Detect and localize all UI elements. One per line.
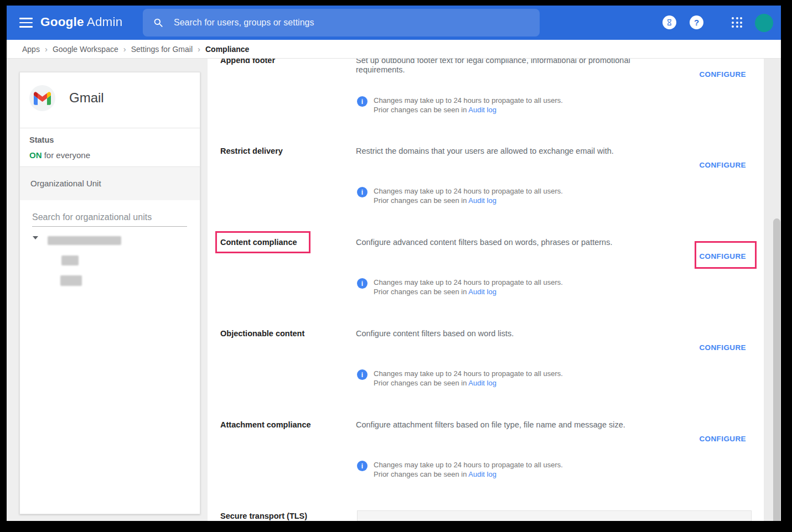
- status-on-badge: ON: [29, 150, 42, 160]
- setting-title: Content compliance: [220, 238, 353, 247]
- propagation-note: i Changes may take up to 24 hours to pro…: [357, 278, 563, 296]
- breadcrumb-apps[interactable]: Apps: [22, 45, 40, 54]
- note-line2: Prior changes can be seen in: [374, 470, 467, 478]
- configure-button[interactable]: CONFIGURE: [699, 161, 746, 169]
- content-area: Append footer Set up outbound footer tex…: [7, 59, 781, 521]
- configure-button[interactable]: CONFIGURE: [699, 70, 746, 79]
- info-icon: i: [357, 461, 367, 471]
- setting-description: Configure advanced content filters based…: [356, 238, 681, 247]
- pending-tasks-button[interactable]: [662, 15, 676, 29]
- note-line2: Prior changes can be seen in: [374, 288, 467, 296]
- ou-child-redacted[interactable]: [61, 255, 79, 265]
- breadcrumb: Apps › Google Workspace › Settings for G…: [7, 40, 781, 59]
- setting-description: Restrict the domains that your users are…: [356, 147, 681, 156]
- info-icon: i: [357, 278, 367, 289]
- note-line1: Changes may take up to 24 hours to propa…: [374, 460, 563, 470]
- card-header: Gmail: [20, 72, 200, 128]
- status-value: ON for everyone: [29, 150, 90, 160]
- configure-button[interactable]: CONFIGURE: [699, 343, 746, 352]
- menu-icon[interactable]: [19, 18, 33, 28]
- organizational-unit-label: Organizational Unit: [30, 179, 101, 188]
- setting-description: Configure content filters based on word …: [356, 329, 681, 338]
- note-line2: Prior changes can be seen in: [374, 106, 467, 114]
- ou-tree-expander[interactable]: [33, 236, 38, 239]
- setting-title: Restrict delivery: [220, 147, 353, 156]
- ou-root-name-redacted[interactable]: [48, 236, 121, 245]
- organizational-unit-section[interactable]: Organizational Unit: [20, 167, 200, 200]
- setting-title: Objectionable content: [220, 329, 353, 338]
- gmail-m-icon: [34, 92, 51, 105]
- screenshot-frame: GoogleAdmin ? Apps › Google Workspace › …: [0, 0, 792, 532]
- admin-console-window: GoogleAdmin ? Apps › Google Workspace › …: [7, 6, 781, 521]
- setting-description: Configure attachment filters based on fi…: [356, 420, 681, 430]
- search-input[interactable]: [174, 18, 532, 28]
- configure-button[interactable]: CONFIGURE: [699, 435, 746, 443]
- propagation-note: i Changes may take up to 24 hours to pro…: [357, 460, 563, 479]
- setting-row-attachment-compliance: Attachment compliance Configure attachme…: [208, 420, 764, 493]
- setting-row-tls-compliance: Secure transport (TLS) compliance: [208, 512, 764, 521]
- note-line1: Changes may take up to 24 hours to propa…: [374, 278, 563, 287]
- brand-google: Google: [40, 15, 84, 29]
- search-icon: [153, 17, 164, 29]
- breadcrumb-current-compliance: Compliance: [205, 45, 249, 54]
- setting-title: Append footer: [220, 59, 353, 65]
- chevron-right-icon: ›: [123, 44, 126, 54]
- service-name: Gmail: [69, 90, 104, 106]
- status-label: Status: [29, 135, 54, 144]
- note-line1: Changes may take up to 24 hours to propa…: [374, 96, 563, 105]
- breadcrumb-google-workspace[interactable]: Google Workspace: [53, 45, 118, 54]
- apps-grid-icon[interactable]: [732, 17, 742, 28]
- note-line1: Changes may take up to 24 hours to propa…: [374, 369, 563, 378]
- propagation-note: i Changes may take up to 24 hours to pro…: [357, 186, 563, 205]
- propagation-note: i Changes may take up to 24 hours to pro…: [357, 96, 563, 114]
- help-button[interactable]: ?: [690, 15, 703, 29]
- setting-title: Attachment compliance: [220, 420, 353, 430]
- ou-child-redacted[interactable]: [60, 275, 82, 286]
- chevron-right-icon: ›: [198, 44, 200, 54]
- setting-row-content-compliance: Content compliance Configure advanced co…: [208, 238, 764, 311]
- gmail-logo: [29, 85, 55, 111]
- global-search[interactable]: [143, 9, 540, 36]
- app-logo[interactable]: GoogleAdmin: [40, 15, 122, 29]
- triangle-down-icon: [33, 236, 38, 239]
- setting-row-objectionable-content: Objectionable content Configure content …: [208, 329, 764, 402]
- configure-button[interactable]: CONFIGURE: [699, 252, 746, 260]
- status-suffix: for everyone: [44, 150, 90, 160]
- gmail-service-card: Gmail Status ON for everyone Organizatio…: [19, 72, 200, 514]
- note-line1: Changes may take up to 24 hours to propa…: [374, 186, 563, 196]
- setting-title: Secure transport (TLS) compliance: [220, 512, 353, 521]
- top-app-bar: GoogleAdmin ?: [7, 6, 781, 40]
- hourglass-icon: [666, 19, 673, 26]
- audit-log-link[interactable]: Audit log: [468, 379, 496, 387]
- audit-log-link[interactable]: Audit log: [468, 106, 496, 114]
- info-icon: i: [357, 187, 367, 197]
- ou-search[interactable]: [32, 212, 187, 227]
- help-icon: ?: [694, 18, 699, 27]
- settings-panel: Append footer Set up outbound footer tex…: [208, 59, 764, 521]
- info-icon: i: [357, 96, 367, 107]
- setting-row-restrict-delivery: Restrict delivery Restrict the domains t…: [208, 147, 764, 220]
- ou-search-input[interactable]: [32, 212, 187, 227]
- setting-row-append-footer: Append footer Set up outbound footer tex…: [208, 59, 764, 129]
- audit-log-link[interactable]: Audit log: [468, 288, 496, 296]
- info-icon: i: [357, 369, 367, 380]
- note-line2: Prior changes can be seen in: [374, 196, 467, 205]
- setting-description: Set up outbound footer text for legal co…: [356, 59, 681, 75]
- account-avatar[interactable]: [755, 14, 773, 32]
- status-section: Status ON for everyone: [20, 128, 200, 167]
- scrollbar-track[interactable]: [764, 59, 781, 521]
- propagation-note: i Changes may take up to 24 hours to pro…: [357, 369, 563, 388]
- chevron-right-icon: ›: [45, 44, 48, 54]
- setting-value-box: [357, 510, 752, 521]
- brand-admin: Admin: [87, 15, 123, 29]
- audit-log-link[interactable]: Audit log: [468, 470, 496, 478]
- scrollbar-thumb[interactable]: [773, 218, 780, 521]
- note-line2: Prior changes can be seen in: [374, 379, 467, 387]
- audit-log-link[interactable]: Audit log: [468, 196, 496, 205]
- breadcrumb-settings-for-gmail[interactable]: Settings for Gmail: [131, 45, 193, 54]
